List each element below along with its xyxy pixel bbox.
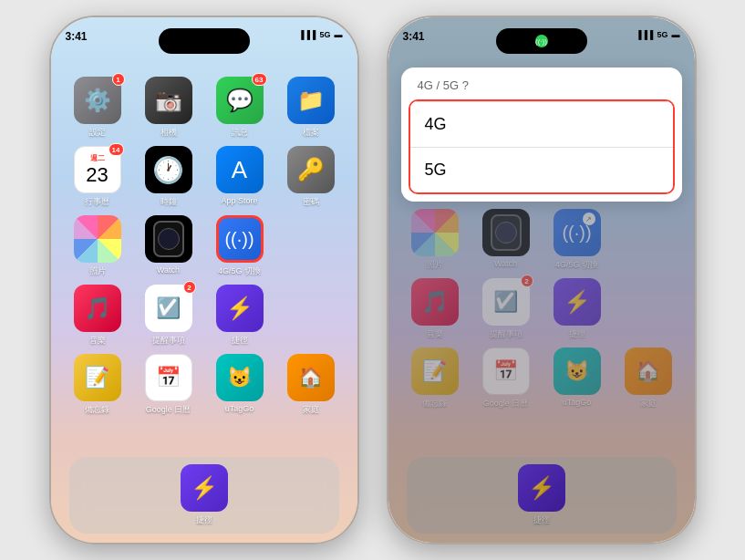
watch-face-inner	[158, 228, 180, 250]
network-type: 5G	[319, 30, 330, 39]
googlecal-label: Google 日曆	[146, 404, 191, 416]
appstore-label: App Store	[221, 196, 257, 205]
wifi-active-dot: ((·))	[535, 35, 548, 47]
app-shortcuts[interactable]: ⚡ 捷徑	[212, 285, 267, 347]
settings-icon: ⚙️ 1	[74, 77, 121, 124]
dynamic-island	[159, 28, 250, 54]
app-notes[interactable]: 📝 備忘錄	[70, 354, 125, 416]
settings-label: 設定	[89, 127, 106, 139]
cal-weekday: 週二	[90, 153, 105, 163]
messages-icon: 💬 63	[216, 77, 264, 124]
app-home[interactable]: 🏠 家庭	[284, 354, 338, 416]
notes-label: 備忘錄	[85, 404, 109, 416]
utaggo-icon: 😺	[216, 354, 264, 401]
signal-bars-icon: ▐▐▐	[298, 30, 316, 39]
passwords-label: 密碼	[303, 196, 319, 208]
battery-icon: ▬	[335, 30, 343, 39]
watch-icon	[145, 215, 192, 263]
app-appstore[interactable]: A App Store	[212, 146, 267, 208]
notes-icon: 📝	[74, 354, 121, 401]
watch-label: Watch	[157, 265, 180, 275]
popup-option-4g[interactable]: 4G	[410, 101, 673, 147]
calendar-badge: 14	[109, 143, 124, 156]
appstore-icon: A	[216, 146, 264, 193]
4g5g-label: 4G/5G 切換	[218, 265, 261, 277]
clock-label: 時鐘	[160, 196, 177, 208]
dock: ⚡ 捷徑	[69, 457, 339, 534]
utaggo-label: uTagGo	[225, 404, 254, 413]
app-row-3: 照片 Watch ((·)) 4G/5	[62, 215, 347, 277]
right-status-time: 3:41	[403, 30, 425, 43]
dock-shortcuts-label: 捷徑	[196, 514, 212, 526]
status-right: ▐▐▐ 5G ▬	[298, 30, 342, 39]
status-time: 3:41	[66, 30, 88, 43]
app-googlecal[interactable]: 📅 Google 日曆	[141, 354, 196, 416]
app-row-1: ⚙️ 1 設定 📷 相機 💬 63 訊息	[62, 77, 347, 139]
camera-label: 相機	[160, 127, 177, 139]
app-utaggo[interactable]: 😺 uTagGo	[212, 354, 267, 416]
popup-dialog[interactable]: 4G / 5G ? 4G 5G	[401, 67, 682, 202]
popup-options-box: 4G 5G	[409, 99, 675, 194]
shortcuts-icon: ⚡	[216, 285, 264, 332]
app-passwords[interactable]: 🔑 密碼	[284, 146, 338, 208]
passwords-icon: 🔑	[287, 146, 335, 193]
right-status-right: ▐▐▐ 5G ▬	[636, 30, 679, 39]
app-messages[interactable]: 💬 63 訊息	[212, 77, 267, 139]
app-watch[interactable]: Watch	[141, 215, 196, 277]
app-settings[interactable]: ⚙️ 1 設定	[70, 77, 125, 139]
popup-option-5g[interactable]: 5G	[410, 147, 673, 192]
messages-label: 訊息	[232, 127, 248, 139]
photos-label: 照片	[89, 265, 106, 277]
signal-icon: ((·))	[224, 229, 254, 250]
home-screen: ⚙️ 1 設定 📷 相機 💬 63 訊息	[51, 67, 357, 470]
app-row-4: 🎵 音樂 ☑️ 2 提醒事項 ⚡ 捷徑	[62, 285, 347, 347]
app-row-5: 📝 備忘錄 📅 Google 日曆 😺 uTagGo	[62, 354, 347, 416]
right-network-type: 5G	[657, 30, 667, 39]
files-icon: 📁	[287, 77, 335, 124]
right-battery-icon: ▬	[672, 30, 680, 39]
right-phone-body: ((·)) 3:41 ▐▐▐ 5G ▬ 4G / 5G ? 4G 5G	[387, 16, 697, 544]
reminders-badge: 2	[183, 281, 196, 294]
music-label: 音樂	[89, 335, 106, 347]
reminders-icon: ☑️ 2	[145, 285, 192, 332]
wifi-indicator: ((·))	[496, 28, 587, 54]
messages-badge: 63	[252, 73, 267, 86]
googlecal-icon: 📅	[145, 354, 192, 401]
popup-title: 4G / 5G ?	[401, 67, 682, 99]
calendar-label: 行事曆	[85, 196, 109, 208]
shortcuts-label: 捷徑	[232, 335, 248, 347]
app-photos[interactable]: 照片	[70, 215, 125, 277]
left-phone: 3:41 ▐▐▐ 5G ▬ ⚙️ 1 設定 📷	[49, 16, 359, 544]
files-label: 檔案	[303, 127, 319, 139]
calendar-icon: 週二 23 14	[74, 146, 121, 193]
dock-shortcuts[interactable]: ⚡ 捷徑	[177, 464, 232, 526]
dock-shortcuts-icon: ⚡	[181, 464, 228, 512]
watch-face	[153, 221, 184, 257]
home-label: 家庭	[303, 404, 319, 416]
app-camera[interactable]: 📷 相機	[141, 77, 196, 139]
app-reminders[interactable]: ☑️ 2 提醒事項	[141, 285, 196, 347]
app-music[interactable]: 🎵 音樂	[70, 285, 125, 347]
photos-icon	[74, 215, 121, 263]
app-4g5g[interactable]: ((·)) 4G/5G 切換	[212, 215, 267, 277]
app-files[interactable]: 📁 檔案	[284, 77, 338, 139]
camera-icon: 📷	[145, 77, 192, 124]
left-phone-body: 3:41 ▐▐▐ 5G ▬ ⚙️ 1 設定 📷	[49, 16, 359, 544]
settings-badge: 1	[112, 73, 125, 86]
app-calendar[interactable]: 週二 23 14 行事曆	[70, 146, 125, 208]
app-clock[interactable]: 🕐 時鐘	[141, 146, 196, 208]
right-signal-bars: ▐▐▐	[636, 30, 653, 39]
home-icon: 🏠	[287, 354, 335, 401]
right-phone: ((·)) 3:41 ▐▐▐ 5G ▬ 4G / 5G ? 4G 5G	[387, 16, 697, 544]
music-icon: 🎵	[74, 285, 121, 332]
cal-day: 23	[86, 163, 108, 187]
clock-icon: 🕐	[145, 146, 192, 193]
reminders-label: 提醒事項	[152, 335, 185, 347]
app-row-2: 週二 23 14 行事曆 🕐 時鐘 A	[62, 146, 347, 208]
4g5g-icon: ((·))	[216, 215, 264, 263]
